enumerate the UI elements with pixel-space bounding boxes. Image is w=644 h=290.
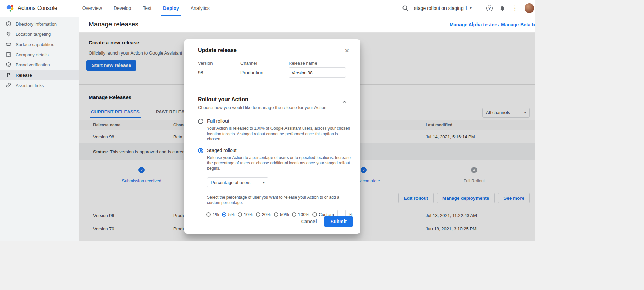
- sidebar-item-directory-information[interactable]: Directory information: [0, 19, 79, 29]
- link-icon: [6, 82, 11, 88]
- project-name: stage rollout on staging 1: [414, 5, 467, 11]
- manage-alpha-testers-link[interactable]: Manage Alpha testers: [450, 22, 499, 27]
- percent-label: 5%: [228, 212, 235, 217]
- sidebar-item-company-details[interactable]: Company details: [0, 49, 79, 60]
- percent-option-10[interactable]: 10%: [238, 212, 253, 217]
- percent-option-1[interactable]: 1%: [206, 212, 219, 217]
- update-release-dialog: Update release ✕ Version Channel Release…: [184, 39, 360, 234]
- app-title: Actions Console: [18, 5, 57, 11]
- percent-label: 20%: [262, 212, 271, 217]
- desktop-background: Actions Console Overview Develop Test De…: [0, 0, 644, 290]
- project-selector[interactable]: stage rollout on staging 1 ▾: [414, 5, 472, 11]
- shield-check-icon: [6, 62, 11, 67]
- staged-rollout-description: Release your Action to a percentage of u…: [207, 155, 352, 171]
- assistant-logo-icon: [5, 4, 14, 13]
- sidebar-item-label: Directory information: [16, 21, 57, 27]
- sidebar-item-surface-capabilities[interactable]: Surface capabilities: [0, 39, 79, 49]
- sidebar-item-label: Company details: [16, 52, 49, 57]
- app-header: Actions Console Overview Develop Test De…: [0, 0, 535, 16]
- caret-down-icon: ▾: [470, 6, 472, 10]
- dialog-header: Update release ✕: [184, 39, 360, 55]
- rollout-method-select[interactable]: Percentage of users ▾: [207, 177, 268, 187]
- info-icon: [6, 21, 11, 27]
- release-name-input[interactable]: [289, 67, 346, 78]
- release-name-label: Release name: [289, 61, 317, 66]
- release-flag-icon: [6, 72, 11, 78]
- rollout-method-value: Percentage of users: [211, 180, 250, 185]
- nav-test[interactable]: Test: [137, 0, 157, 16]
- sidebar-item-location-targeting[interactable]: Location targeting: [0, 29, 79, 39]
- sidebar-item-release[interactable]: Release: [0, 70, 79, 80]
- percent-label: 10%: [244, 212, 253, 217]
- percentage-help-text: Select the percentage of user you want t…: [207, 195, 352, 205]
- percent-radio-5[interactable]: [222, 212, 226, 217]
- sidebar: Directory information Location targeting: [0, 17, 79, 241]
- close-icon[interactable]: ✕: [344, 47, 350, 55]
- full-rollout-description: Your Action is released to 100% of Googl…: [207, 126, 352, 142]
- channel-label: Channel: [240, 61, 257, 66]
- full-rollout-label: Full rollout: [207, 118, 352, 124]
- rollout-subtitle: Choose how you would like to manage the …: [198, 105, 326, 110]
- percent-radio-50[interactable]: [274, 212, 278, 217]
- percent-radio-10[interactable]: [238, 212, 242, 217]
- nav-develop[interactable]: Develop: [108, 0, 137, 16]
- sidebar-item-label: Surface capabilities: [16, 42, 54, 47]
- percent-option-50[interactable]: 50%: [274, 212, 289, 217]
- rollout-section: Rollout your Action Choose how you would…: [184, 89, 360, 219]
- submit-button[interactable]: Submit: [324, 216, 353, 227]
- version-label: Version: [198, 61, 213, 66]
- sidebar-item-brand-verification[interactable]: Brand verification: [0, 60, 79, 70]
- cancel-label: Cancel: [301, 219, 317, 224]
- topbar-actions: stage rollout on staging 1 ▾ ? ⋮: [400, 3, 534, 14]
- sidebar-item-assistant-links[interactable]: Assistant links: [0, 80, 79, 90]
- cancel-button[interactable]: Cancel: [297, 217, 321, 226]
- actions-console-logo[interactable]: [5, 4, 14, 13]
- staged-rollout-label: Staged rollout: [207, 148, 352, 153]
- user-avatar[interactable]: [525, 3, 534, 13]
- caret-down-icon: ▾: [263, 180, 265, 185]
- percent-label: 1%: [213, 212, 219, 217]
- percent-radio-20[interactable]: [256, 212, 260, 217]
- chevron-up-icon[interactable]: [342, 98, 347, 105]
- percent-option-5[interactable]: 5%: [222, 212, 235, 217]
- sidebar-item-label: Release: [16, 73, 32, 78]
- staged-rollout-option: Staged rollout Release your Action to a …: [198, 148, 347, 171]
- sidebar-item-label: Location targeting: [16, 32, 51, 37]
- notifications-icon[interactable]: [497, 3, 508, 14]
- primary-nav: Overview Develop Test Deploy Analytics: [76, 0, 216, 16]
- search-icon[interactable]: [400, 3, 411, 14]
- release-fields: Version Channel Release name 98 Producti…: [198, 61, 347, 80]
- full-rollout-radio[interactable]: [198, 119, 203, 124]
- page-title: Manage releases: [89, 20, 138, 28]
- sidebar-item-label: Assistant links: [16, 83, 44, 88]
- magnifier-glyph: [402, 5, 409, 12]
- location-pin-icon: [6, 31, 11, 37]
- browser-viewport: Actions Console Overview Develop Test De…: [0, 0, 535, 241]
- percent-radio-1[interactable]: [206, 212, 211, 217]
- full-rollout-option: Full rollout Your Action is released to …: [198, 118, 347, 142]
- help-icon[interactable]: ?: [486, 5, 493, 11]
- building-icon: [6, 52, 11, 57]
- sidebar-item-label: Brand verification: [16, 62, 50, 67]
- channel-value: Production: [240, 70, 263, 75]
- dialog-actions: Cancel Submit: [297, 216, 353, 227]
- submit-label: Submit: [331, 219, 347, 224]
- percent-label: 50%: [280, 212, 289, 217]
- manage-beta-testers-link[interactable]: Manage Beta testers: [501, 22, 535, 27]
- staged-rollout-radio[interactable]: [198, 148, 203, 153]
- nav-analytics[interactable]: Analytics: [185, 0, 216, 16]
- version-value: 98: [198, 70, 203, 75]
- rollout-title: Rollout your Action: [198, 96, 326, 103]
- percent-option-20[interactable]: 20%: [256, 212, 271, 217]
- surface-icon: [6, 42, 11, 47]
- kebab-menu-icon[interactable]: ⋮: [508, 4, 522, 12]
- dialog-title: Update release: [198, 47, 237, 54]
- nav-deploy[interactable]: Deploy: [157, 0, 185, 16]
- percent-radio-100[interactable]: [292, 212, 296, 217]
- rollout-header: Rollout your Action Choose how you would…: [198, 96, 347, 110]
- bell-glyph: [499, 5, 506, 11]
- nav-overview[interactable]: Overview: [76, 0, 108, 16]
